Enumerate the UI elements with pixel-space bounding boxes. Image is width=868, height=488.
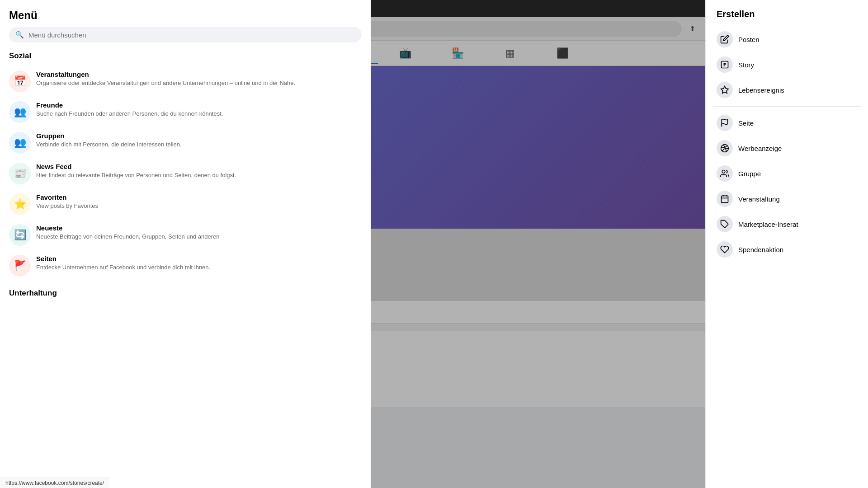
favoriten-icon: ⭐ <box>9 193 31 215</box>
menu-title: Menü <box>9 9 362 22</box>
marketplace-label: Marketplace-Inserat <box>738 221 798 228</box>
freunde-title: Freunde <box>36 101 362 109</box>
veranstaltungen-title: Veranstaltungen <box>36 70 362 78</box>
svg-point-4 <box>722 170 725 174</box>
seiten-title: Seiten <box>36 255 362 263</box>
favoriten-title: Favoriten <box>36 193 362 201</box>
neueste-desc: Neueste Beiträge von deinen Freunden, Gr… <box>36 233 362 241</box>
werbeanzeige-icon <box>717 140 733 156</box>
erstellen-panel: Erstellen Posten Story Lebensereignis Se… <box>705 0 868 488</box>
status-url: https://www.facebook.com/stories/create/ <box>5 480 104 486</box>
gruppe-create-icon <box>717 165 733 182</box>
erstellen-posten[interactable]: Posten <box>713 27 861 52</box>
seiten-desc: Entdecke Unternehmen auf Facebook und ve… <box>36 263 362 272</box>
erstellen-seite[interactable]: Seite <box>713 110 861 136</box>
unterhaltung-section-title: Unterhaltung <box>9 289 362 298</box>
gruppen-icon: 👥 <box>9 132 31 154</box>
erstellen-lebensereignis[interactable]: Lebensereignis <box>713 77 861 103</box>
menu-panel: Menü 🔍 Sozial 📅 Veranstaltungen Organisi… <box>0 0 371 488</box>
posten-label: Posten <box>738 36 760 43</box>
menu-item-gruppen[interactable]: 👥 Gruppen Verbinde dich mit Personen, di… <box>4 127 367 158</box>
sozial-section-title: Sozial <box>9 52 362 61</box>
menu-search-icon: 🔍 <box>15 31 24 39</box>
erstellen-spendenaktion[interactable]: Spendenaktion <box>713 237 861 262</box>
posten-icon <box>717 31 733 47</box>
veranstaltungen-desc: Organisiere oder entdecke Veranstaltunge… <box>36 79 362 87</box>
menu-item-newsfeed[interactable]: 📰 News Feed Hier findest du relevante Be… <box>4 158 367 189</box>
menu-item-freunde[interactable]: 👥 Freunde Suche nach Freunden oder ander… <box>4 97 367 127</box>
erstellen-divider-1 <box>713 106 861 107</box>
status-bar: https://www.facebook.com/stories/create/ <box>0 478 109 488</box>
erstellen-gruppe[interactable]: Gruppe <box>713 161 861 186</box>
menu-search[interactable]: 🔍 <box>9 27 362 42</box>
svg-rect-5 <box>722 196 728 202</box>
freunde-icon: 👥 <box>9 101 31 123</box>
spendenaktion-icon <box>717 241 733 258</box>
menu-item-seiten[interactable]: 🚩 Seiten Entdecke Unternehmen auf Facebo… <box>4 250 367 281</box>
newsfeed-title: News Feed <box>36 163 362 170</box>
newsfeed-desc: Hier findest du relevante Beiträge von P… <box>36 171 362 179</box>
menu-search-input[interactable] <box>28 31 355 39</box>
menu-section-sozial: Sozial <box>0 48 371 66</box>
neueste-icon: 🔄 <box>9 224 31 246</box>
lebensereignis-label: Lebensereignis <box>738 86 784 94</box>
veranstaltung-create-icon <box>717 191 733 207</box>
menu-header: Menü 🔍 <box>0 0 371 48</box>
erstellen-veranstaltung[interactable]: Veranstaltung <box>713 186 861 211</box>
spendenaktion-label: Spendenaktion <box>738 246 783 253</box>
newsfeed-icon: 📰 <box>9 163 31 184</box>
menu-scroll-area: Sozial 📅 Veranstaltungen Organisiere ode… <box>0 48 371 488</box>
werbeanzeige-label: Werbeanzeige <box>738 145 782 152</box>
seite-create-label: Seite <box>738 119 754 127</box>
marketplace-icon <box>717 216 733 232</box>
menu-item-veranstaltungen[interactable]: 📅 Veranstaltungen Organisiere oder entde… <box>4 66 367 97</box>
gruppe-create-label: Gruppe <box>738 170 761 178</box>
story-label: Story <box>738 61 754 69</box>
seite-create-icon <box>717 115 733 131</box>
freunde-desc: Suche nach Freunden oder anderen Persone… <box>36 110 362 118</box>
erstellen-title: Erstellen <box>713 9 861 19</box>
menu-section-unterhaltung: Unterhaltung <box>0 285 371 303</box>
veranstaltungen-icon: 📅 <box>9 70 31 92</box>
menu-item-favoriten[interactable]: ⭐ Favoriten View posts by Favorites <box>4 189 367 220</box>
veranstaltung-create-label: Veranstaltung <box>738 195 780 203</box>
story-icon <box>717 56 733 73</box>
neueste-title: Neueste <box>36 224 362 232</box>
erstellen-marketplace[interactable]: Marketplace-Inserat <box>713 211 861 237</box>
gruppen-title: Gruppen <box>36 132 362 140</box>
svg-marker-1 <box>721 86 729 94</box>
erstellen-werbeanzeige[interactable]: Werbeanzeige <box>713 136 861 161</box>
gruppen-desc: Verbinde dich mit Personen, die deine In… <box>36 141 362 149</box>
menu-divider-1 <box>9 283 362 283</box>
menu-item-neueste[interactable]: 🔄 Neueste Neueste Beiträge von deinen Fr… <box>4 220 367 250</box>
erstellen-story[interactable]: Story <box>713 52 861 77</box>
seiten-icon: 🚩 <box>9 255 31 277</box>
favoriten-desc: View posts by Favorites <box>36 202 362 210</box>
lebensereignis-icon <box>717 82 733 98</box>
